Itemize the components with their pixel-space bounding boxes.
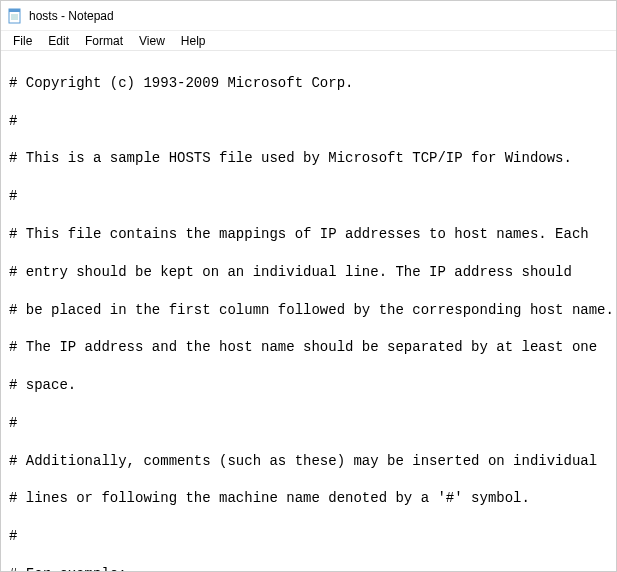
text-line: # space. bbox=[9, 376, 608, 395]
titlebar: hosts - Notepad bbox=[1, 1, 616, 31]
editor-content[interactable]: # Copyright (c) 1993-2009 Microsoft Corp… bbox=[1, 51, 616, 572]
text-line: # For example: bbox=[9, 565, 608, 572]
text-line: # bbox=[9, 527, 608, 546]
text-line: # be placed in the first column followed… bbox=[9, 301, 608, 320]
svg-rect-1 bbox=[9, 9, 20, 12]
text-line: # Additionally, comments (such as these)… bbox=[9, 452, 608, 471]
text-line: # bbox=[9, 112, 608, 131]
menu-view[interactable]: View bbox=[131, 32, 173, 50]
notepad-icon bbox=[7, 8, 23, 24]
text-line: # This file contains the mappings of IP … bbox=[9, 225, 608, 244]
menu-help[interactable]: Help bbox=[173, 32, 214, 50]
window-title: hosts - Notepad bbox=[29, 9, 114, 23]
menu-file[interactable]: File bbox=[5, 32, 40, 50]
menu-edit[interactable]: Edit bbox=[40, 32, 77, 50]
text-line: # This is a sample HOSTS file used by Mi… bbox=[9, 149, 608, 168]
text-line: # lines or following the machine name de… bbox=[9, 489, 608, 508]
text-line: # bbox=[9, 187, 608, 206]
menubar: File Edit Format View Help bbox=[1, 31, 616, 51]
text-line: # bbox=[9, 414, 608, 433]
text-line: # The IP address and the host name shoul… bbox=[9, 338, 608, 357]
text-line: # Copyright (c) 1993-2009 Microsoft Corp… bbox=[9, 74, 608, 93]
text-line: # entry should be kept on an individual … bbox=[9, 263, 608, 282]
menu-format[interactable]: Format bbox=[77, 32, 131, 50]
